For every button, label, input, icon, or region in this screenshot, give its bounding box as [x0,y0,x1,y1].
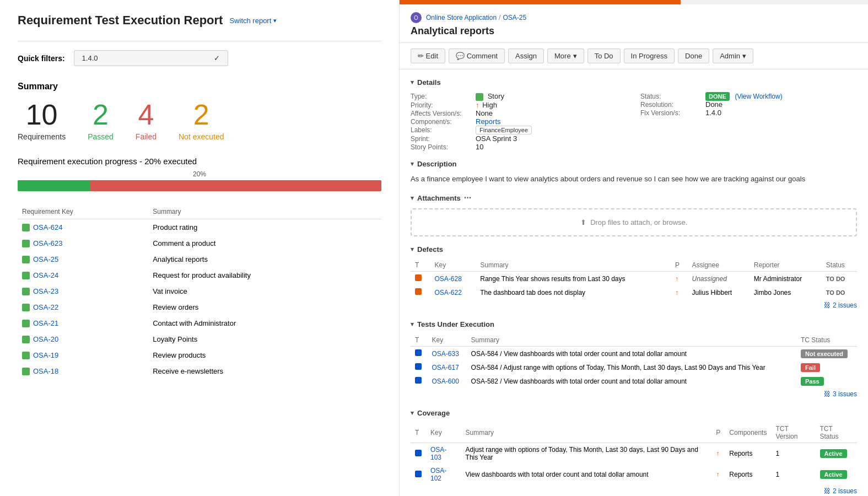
top-bar-accent [400,0,868,4]
defects-section-header[interactable]: Defects [411,245,857,254]
attachments-section: Attachments ··· ⬆ Drop files to attach, … [411,193,857,236]
description-section-header[interactable]: Description [411,160,857,168]
story-points-row: Story Points: 10 [411,143,627,151]
attachments-more-icon[interactable]: ··· [464,193,471,203]
defects-footer[interactable]: ⛓ 2 issues [411,299,857,311]
coverage-footer[interactable]: ⛓ 2 issues [411,485,857,496]
breadcrumb-app[interactable]: Online Store Application [426,14,497,21]
requirements-count: 10 [18,100,66,129]
table-row[interactable]: OSA-23 Vat invoice [18,283,381,299]
failed-label: Failed [136,132,157,141]
cov-col-components: Components [725,423,771,443]
req-key[interactable]: OSA-22 [22,303,144,311]
req-key[interactable]: OSA-23 [22,287,144,295]
coverage-components: Reports [725,464,771,485]
details-section-header[interactable]: Details [411,78,857,87]
table-row[interactable]: OSA-21 Contact with Administrator [18,315,381,331]
test-key[interactable]: OSA-617 [432,364,459,371]
table-row[interactable]: OSA-628 Range This Year shows results fr… [411,272,857,286]
details-section: Details Type: Story Priority: ↑ [411,78,857,151]
fix-version-row: Fix Version/s: 1.4.0 [640,109,857,117]
upload-icon: ⬆ [580,218,586,227]
comment-button[interactable]: 💬 Comment [449,48,505,63]
table-row[interactable]: OSA-19 Review products [18,347,381,363]
tests-section-header[interactable]: Tests Under Execution [411,320,857,328]
test-summary: OSA-584 / View dashboards with total ord… [467,347,796,361]
story-icon [22,304,30,311]
attach-drop-text: Drop files to attach, or browse. [590,218,687,227]
component-label: Component/s: [411,118,471,126]
more-button[interactable]: More ▾ [547,48,584,63]
test-key[interactable]: OSA-600 [432,378,459,385]
table-row[interactable]: OSA-22 Review orders [18,299,381,315]
failed-count: 4 [136,100,157,129]
labels-label: Labels: [411,126,471,134]
priority-label: Priority: [411,101,471,109]
req-key[interactable]: OSA-24 [22,271,144,279]
filter-dropdown[interactable]: 1.4.0 ✓ [74,50,228,66]
req-key[interactable]: OSA-25 [22,255,144,263]
defects-col-assignee: Assignee [687,259,749,272]
test-status: Not executed [801,349,848,358]
req-key[interactable]: OSA-21 [22,319,144,327]
coverage-key[interactable]: OSA-103 [430,446,446,461]
table-row[interactable]: OSA-633 OSA-584 / View dashboards with t… [411,347,857,361]
defect-status: TO DO [826,276,845,282]
done-button[interactable]: Done [678,48,709,63]
coverage-key[interactable]: OSA-102 [430,467,446,482]
req-key[interactable]: OSA-19 [22,351,144,359]
req-key[interactable]: OSA-18 [22,367,144,375]
defect-assignee: Julius Hibbert [687,285,749,299]
table-row[interactable]: OSA-600 OSA-582 / View dashboards with t… [411,374,857,388]
defects-col-t: T [411,259,430,272]
defects-section: Defects T Key Summary P Assignee Reporte… [411,245,857,311]
table-row[interactable]: OSA-622 The dashboard tab does not displ… [411,285,857,299]
attach-drop-zone[interactable]: ⬆ Drop files to attach, or browse. [411,208,857,236]
table-row[interactable]: OSA-617 OSA-584 / Adjust range with opti… [411,360,857,374]
table-row[interactable]: OSA-18 Receive e-newsletters [18,363,381,379]
test-type-icon [415,363,422,370]
priority-value: ↑ High [476,101,497,109]
defect-status: TO DO [826,289,845,296]
req-key[interactable]: OSA-624 [22,223,144,231]
table-row[interactable]: OSA-623 Comment a product [18,235,381,251]
coverage-summary: Adjust range with options of Today, This… [461,443,712,465]
view-workflow-link[interactable]: (View Workflow) [735,93,782,100]
summary-passed: 2 Passed [88,100,114,141]
req-key[interactable]: OSA-623 [22,239,144,247]
table-row[interactable]: OSA-624 Product rating [18,219,381,236]
table-row[interactable]: OSA-102 View dashboards with total order… [411,464,857,485]
description-section: Description As a finance employee I want… [411,160,857,185]
todo-button[interactable]: To Do [587,48,621,63]
assign-button[interactable]: Assign [508,48,544,63]
tests-table: T Key Summary TC Status OSA-633 OSA-584 … [411,334,857,388]
link-icon-coverage: ⛓ [824,487,831,495]
summary-not-executed: 2 Not executed [179,100,224,141]
req-key[interactable]: OSA-20 [22,335,144,343]
labels-row: Labels: FinanceEmployee [411,126,627,134]
switch-report-button[interactable]: Switch report [229,17,277,25]
table-row[interactable]: OSA-25 Analytical reports [18,251,381,267]
test-key[interactable]: OSA-633 [432,350,459,358]
defect-key[interactable]: OSA-628 [434,275,461,283]
admin-button[interactable]: Admin ▾ [713,48,753,63]
in-progress-button[interactable]: In Progress [624,48,675,63]
tests-footer[interactable]: ⛓ 3 issues [411,388,857,400]
priority-icon: ↑ [476,101,479,109]
summary-title: Summary [18,82,381,91]
table-row[interactable]: OSA-24 Request for product availability [18,267,381,283]
defect-key[interactable]: OSA-622 [434,289,461,296]
edit-button[interactable]: ✏ Edit [411,48,445,63]
coverage-section-header[interactable]: Coverage [411,409,857,417]
breadcrumb-issue[interactable]: OSA-25 [503,14,526,21]
admin-arrow-icon: ▾ [742,52,746,60]
defects-table: T Key Summary P Assignee Reporter Status… [411,259,857,299]
attachments-section-header[interactable]: Attachments ··· [411,193,857,203]
issue-title: Analytical reports [411,25,857,37]
table-row[interactable]: OSA-20 Loyalty Points [18,331,381,347]
defects-col-status: Status [822,259,857,272]
issue-body: Details Type: Story Priority: ↑ [400,69,868,496]
table-row[interactable]: OSA-103 Adjust range with options of Tod… [411,443,857,465]
component-value[interactable]: Reports [476,117,501,126]
details-right: Status: DONE (View Workflow) Resolution:… [640,92,857,151]
